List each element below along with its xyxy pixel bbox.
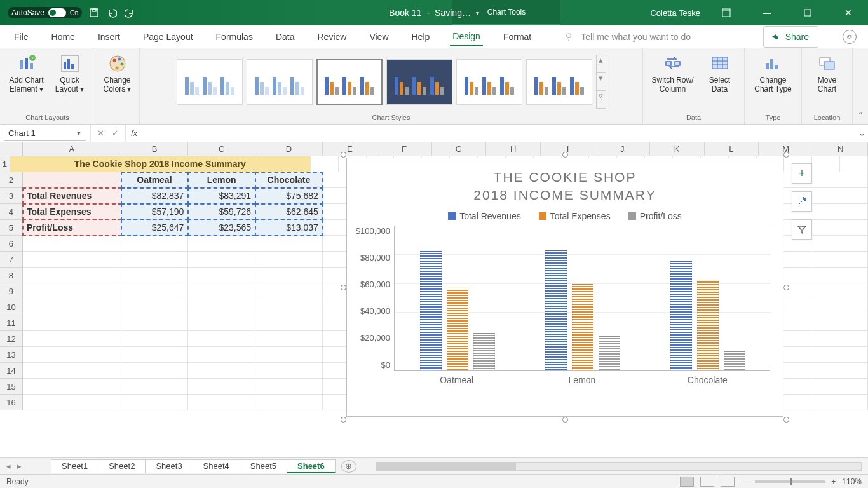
chart-legend[interactable]: Total RevenuesTotal ExpensesProfit/Loss	[347, 211, 783, 226]
row-header[interactable]: 1	[0, 156, 10, 172]
cell[interactable]	[188, 236, 255, 252]
cell[interactable]	[121, 315, 189, 331]
quick-layout-button[interactable]: Quick Layout ▾	[51, 51, 88, 97]
ribbon-display-icon[interactable]	[712, 0, 741, 25]
cell[interactable]	[23, 283, 121, 299]
select-data-button[interactable]: Select Data	[702, 51, 738, 97]
cell[interactable]: Lemon	[188, 172, 255, 188]
cell[interactable]	[23, 379, 121, 395]
cell[interactable]	[121, 379, 189, 395]
bar[interactable]	[420, 251, 442, 370]
cell[interactable]: Oatmeal	[121, 172, 189, 188]
scroll-up-icon[interactable]: ▴	[597, 55, 606, 72]
change-chart-type-button[interactable]: Change Chart Type	[752, 51, 794, 97]
tab-home[interactable]: Home	[49, 28, 78, 46]
cell[interactable]	[188, 315, 255, 331]
col-header[interactable]: N	[813, 142, 868, 156]
chevron-down-icon[interactable]: ▼	[76, 130, 82, 137]
formula-input[interactable]	[142, 125, 855, 142]
tab-page-layout[interactable]: Page Layout	[140, 28, 196, 46]
tab-insert[interactable]: Insert	[95, 28, 123, 46]
cell[interactable]	[188, 252, 255, 268]
row-header[interactable]: 3	[0, 188, 23, 204]
chart-style-thumb[interactable]	[386, 59, 452, 105]
cell[interactable]: $57,190	[121, 204, 189, 220]
tab-help[interactable]: Help	[409, 28, 433, 46]
cancel-formula-icon[interactable]: ✕	[97, 128, 104, 138]
chart-style-thumb[interactable]	[247, 59, 313, 105]
name-box[interactable]: Chart 1▼	[4, 126, 86, 141]
cell[interactable]	[255, 363, 323, 379]
cell[interactable]	[23, 315, 121, 331]
cell[interactable]	[813, 236, 868, 252]
minimize-icon[interactable]: —	[752, 0, 782, 25]
row-header[interactable]: 6	[0, 236, 23, 252]
cell[interactable]	[121, 283, 189, 299]
cell[interactable]	[311, 156, 339, 172]
page-layout-view-button[interactable]	[700, 477, 714, 487]
cell[interactable]	[121, 347, 189, 363]
sheet-tab[interactable]: Sheet4	[193, 459, 240, 473]
sheet-tab[interactable]: Sheet5	[240, 459, 287, 473]
close-icon[interactable]: ✕	[834, 0, 863, 25]
chart-style-thumb[interactable]	[177, 59, 243, 105]
cell[interactable]: $59,726	[188, 204, 255, 220]
cell[interactable]: Total Revenues	[23, 188, 121, 204]
new-sheet-button[interactable]: ⊕	[341, 460, 356, 473]
cell[interactable]: $75,682	[255, 188, 323, 204]
col-header[interactable]: E	[323, 142, 377, 156]
cell[interactable]	[813, 268, 868, 283]
row-header[interactable]: 12	[0, 331, 23, 347]
more-styles-icon[interactable]: ▿	[597, 90, 606, 108]
cell[interactable]	[255, 331, 323, 347]
sheet-tab[interactable]: Sheet6	[287, 459, 336, 473]
fx-icon[interactable]: fx	[126, 128, 142, 138]
cell[interactable]	[23, 252, 121, 268]
row-header[interactable]: 8	[0, 268, 23, 283]
cell[interactable]	[813, 220, 868, 236]
tab-data[interactable]: Data	[273, 28, 297, 46]
bar[interactable]	[599, 336, 620, 370]
sheet-next-icon[interactable]: ▸	[17, 461, 22, 471]
cell[interactable]: Total Expenses	[23, 204, 121, 220]
autosave-toggle[interactable]: AutoSave On	[8, 7, 82, 18]
cell[interactable]	[121, 236, 189, 252]
cell[interactable]	[840, 156, 868, 172]
cell[interactable]	[121, 363, 189, 379]
col-header[interactable]: K	[650, 142, 705, 156]
cell[interactable]	[188, 379, 255, 395]
cell[interactable]	[813, 363, 868, 379]
change-colors-button[interactable]: Change Colors ▾	[99, 51, 136, 97]
row-header[interactable]: 2	[0, 172, 23, 188]
chart-title[interactable]: THE COOKIE SHOP 2018 INCOME SUMMARY	[347, 158, 783, 211]
cell[interactable]: $82,837	[121, 188, 189, 204]
cell[interactable]	[813, 299, 868, 315]
enter-formula-icon[interactable]: ✓	[112, 128, 119, 138]
horizontal-scrollbar[interactable]	[376, 462, 862, 471]
cell[interactable]	[188, 268, 255, 283]
cell[interactable]	[255, 379, 323, 395]
cell[interactable]	[813, 252, 868, 268]
row-header[interactable]: 13	[0, 347, 23, 363]
legend-item[interactable]: Total Revenues	[448, 211, 521, 221]
cell[interactable]	[23, 347, 121, 363]
bar[interactable]	[697, 280, 719, 370]
cell[interactable]	[255, 347, 323, 363]
cell[interactable]	[813, 315, 868, 331]
user-name[interactable]: Coletta Teske	[650, 8, 700, 18]
cell[interactable]	[121, 268, 189, 283]
row-header[interactable]: 16	[0, 395, 23, 410]
cell[interactable]: $62,645	[255, 204, 323, 220]
zoom-slider[interactable]	[755, 480, 825, 483]
cell[interactable]	[121, 395, 189, 410]
move-chart-button[interactable]: Move Chart	[809, 51, 846, 97]
cell[interactable]: $25,647	[121, 220, 189, 236]
add-chart-element-button[interactable]: + Add Chart Element ▾	[6, 51, 46, 97]
chart-object[interactable]: THE COOKIE SHOP 2018 INCOME SUMMARY Tota…	[346, 158, 783, 417]
cell[interactable]: Chocolate	[255, 172, 323, 188]
chart-style-thumb[interactable]	[526, 59, 592, 105]
cell[interactable]	[813, 347, 868, 363]
chart-filters-button[interactable]	[792, 219, 812, 240]
cell[interactable]	[23, 268, 121, 283]
col-header[interactable]: A	[23, 142, 121, 156]
